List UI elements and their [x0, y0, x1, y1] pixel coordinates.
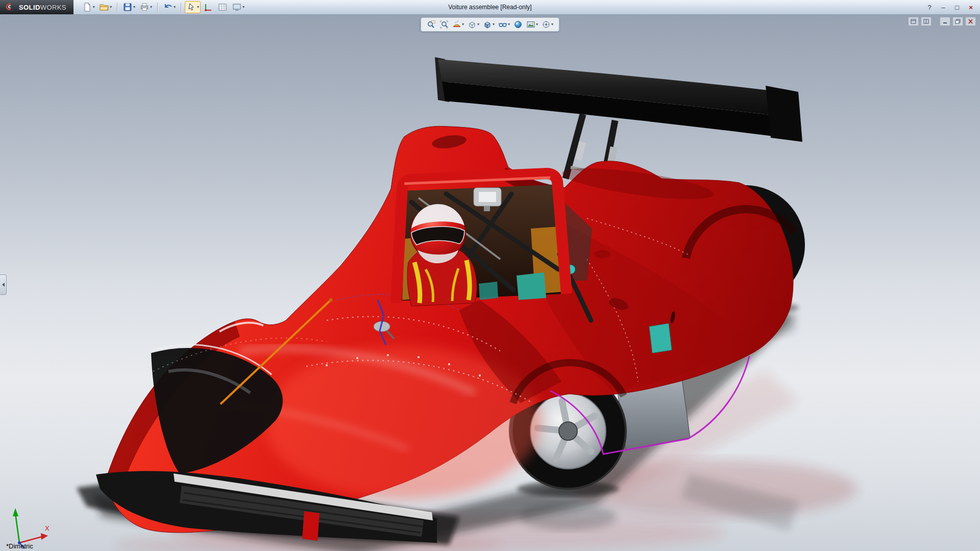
options-icon	[232, 2, 242, 12]
maximize-button[interactable]: □	[951, 2, 963, 12]
reference-geometry-icon	[203, 2, 213, 12]
dropdown-caret-icon[interactable]: ▾	[477, 22, 479, 27]
dropdown-caret-icon[interactable]: ▾	[551, 22, 553, 27]
triad-x-label: X	[45, 524, 50, 532]
design-table-button[interactable]	[216, 1, 229, 13]
dropdown-caret-icon[interactable]: ▾	[536, 22, 538, 27]
display-style-button[interactable]: ▾	[482, 19, 496, 30]
view-settings-icon	[542, 20, 551, 29]
reference-geometry-button[interactable]	[202, 1, 215, 13]
featuremanager-collapsed-tab[interactable]	[0, 274, 7, 295]
fullscreen-icon[interactable]	[908, 17, 919, 26]
dropdown-caret-icon[interactable]: ▾	[242, 5, 244, 9]
dropdown-caret-icon[interactable]: ▾	[197, 5, 199, 9]
dropdown-caret-icon[interactable]: ▾	[150, 5, 152, 9]
help-button[interactable]: ?	[923, 2, 936, 12]
heads-up-view-toolbar: ▾ ▾ ▾ ▾	[421, 17, 559, 32]
section-view-icon	[452, 20, 461, 29]
brand-solid: SOLID	[19, 4, 40, 11]
toolbar-separator	[117, 3, 117, 12]
section-view-button[interactable]: ▾	[451, 19, 465, 30]
brand-text: SOLIDWORKS	[19, 4, 66, 11]
restore-document-icon[interactable]	[952, 17, 963, 26]
save-icon	[122, 2, 133, 12]
graphics-area[interactable]: X ▾	[0, 14, 980, 551]
chevron-left-icon	[2, 283, 5, 287]
edit-appearance-button[interactable]	[512, 19, 524, 30]
close-button[interactable]: ×	[965, 2, 977, 12]
apply-scene-button[interactable]: ▾	[525, 19, 539, 30]
print-icon	[139, 2, 150, 12]
cockpit-panel-teal	[517, 272, 546, 300]
dropdown-caret-icon[interactable]: ▾	[493, 22, 495, 27]
undo-button[interactable]: ▾	[161, 1, 177, 13]
splitter-support	[302, 511, 320, 541]
minimize-button[interactable]: –	[937, 2, 949, 12]
undo-icon	[163, 2, 173, 12]
options-button[interactable]: ▾	[230, 1, 246, 13]
new-document-icon	[82, 2, 92, 12]
hide-show-items-icon	[498, 20, 507, 29]
apply-scene-icon	[526, 20, 535, 29]
solidworks-logo-icon	[4, 2, 16, 12]
zoom-to-area-icon	[427, 20, 436, 29]
model-scene[interactable]: X	[0, 14, 980, 551]
select-tool-button[interactable]: ▾	[185, 1, 201, 13]
zoom-to-fit-icon	[439, 20, 449, 29]
zoom-to-fit-button[interactable]	[438, 19, 450, 30]
save-button[interactable]: ▾	[121, 1, 137, 13]
view-orientation-button[interactable]: ▾	[467, 19, 480, 30]
hide-show-items-button[interactable]: ▾	[497, 19, 511, 30]
view-orientation-label: *Dimetric	[6, 542, 33, 550]
new-document-button[interactable]: ▾	[81, 1, 96, 13]
close-document-icon[interactable]	[965, 17, 976, 26]
display-style-icon	[483, 20, 492, 29]
file-toolbar: ▾ ▾ ▾ ▾	[81, 1, 246, 13]
print-button[interactable]: ▾	[138, 1, 154, 13]
cockpit-panel-teal	[479, 282, 498, 300]
toolbar-separator	[181, 3, 181, 12]
split-view-icon[interactable]	[921, 17, 932, 26]
dropdown-caret-icon[interactable]: ▾	[174, 5, 176, 9]
solidworks-logo: SOLIDWORKS	[0, 0, 74, 14]
dropdown-caret-icon[interactable]: ▾	[462, 22, 464, 27]
open-icon	[99, 2, 109, 12]
edit-appearance-icon	[513, 20, 523, 29]
dropdown-caret-icon[interactable]: ▾	[93, 5, 95, 9]
view-orientation-icon	[468, 20, 477, 29]
brand-works: WORKS	[40, 4, 66, 11]
minimize-document-icon[interactable]	[940, 17, 950, 26]
dropdown-caret-icon[interactable]: ▾	[508, 22, 510, 27]
design-table-icon	[217, 2, 228, 12]
document-window-controls	[908, 17, 976, 26]
toolbar-separator	[157, 3, 158, 12]
dropdown-caret-icon[interactable]: ▾	[133, 5, 135, 9]
solidworks-window: { "titlebar": { "brand_solid": "SOLID", …	[0, 0, 980, 551]
view-settings-button[interactable]: ▾	[541, 19, 554, 30]
title-bar: SOLIDWORKS ▾ ▾ ▾	[0, 0, 980, 15]
select-cursor-icon	[186, 2, 197, 12]
open-button[interactable]: ▾	[97, 1, 113, 13]
document-title: Voiture assemblee [Read-only]	[448, 4, 531, 11]
window-controls: ? – □ ×	[923, 2, 980, 12]
dropdown-caret-icon[interactable]: ▾	[110, 5, 112, 9]
teal-panel[interactable]	[649, 323, 672, 353]
zoom-to-area-button[interactable]	[426, 19, 437, 30]
